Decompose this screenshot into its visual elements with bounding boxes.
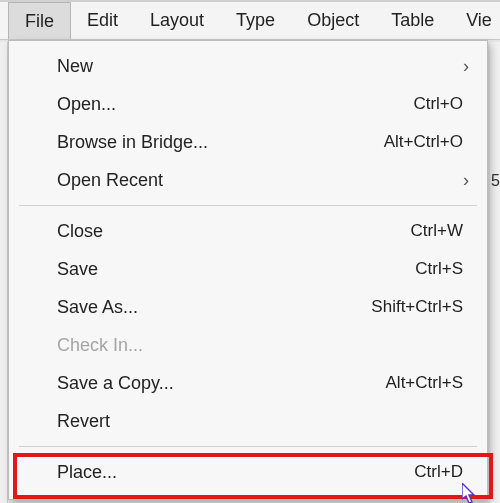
- menu-separator: [19, 446, 477, 447]
- menu-item-new[interactable]: New ›: [9, 47, 487, 85]
- menubar-label: Edit: [87, 10, 118, 31]
- menu-item-open[interactable]: Open... Ctrl+O: [9, 85, 487, 123]
- menu-item-shortcut: Alt+Ctrl+S: [386, 373, 469, 393]
- menu-item-label: Open...: [57, 94, 413, 115]
- menu-item-save-as[interactable]: Save As... Shift+Ctrl+S: [9, 288, 487, 326]
- menu-item-shortcut: Alt+Ctrl+O: [384, 132, 469, 152]
- menubar-label: Table: [391, 10, 434, 31]
- menubar-item-file[interactable]: File: [8, 2, 71, 39]
- menubar-item-edit[interactable]: Edit: [71, 2, 134, 39]
- menu-item-place[interactable]: Place... Ctrl+D: [9, 453, 487, 491]
- menu-item-revert[interactable]: Revert: [9, 402, 487, 440]
- menu-item-label: Revert: [57, 411, 469, 432]
- background-left-strip: [0, 42, 8, 503]
- menu-item-label: Check In...: [57, 335, 469, 356]
- menubar-item-layout[interactable]: Layout: [134, 2, 220, 39]
- menu-item-label: Open Recent: [57, 170, 455, 191]
- menu-item-label: Close: [57, 221, 411, 242]
- file-menu-dropdown: New › Open... Ctrl+O Browse in Bridge...…: [8, 40, 488, 500]
- menu-item-label: Place...: [57, 462, 414, 483]
- menu-item-label: Save a Copy...: [57, 373, 386, 394]
- menu-item-label: New: [57, 56, 455, 77]
- menu-item-label: Save: [57, 259, 415, 280]
- menu-item-open-recent[interactable]: Open Recent ›: [9, 161, 487, 199]
- menubar-item-table[interactable]: Table: [375, 2, 450, 39]
- menu-item-save[interactable]: Save Ctrl+S: [9, 250, 487, 288]
- menu-item-browse-in-bridge[interactable]: Browse in Bridge... Alt+Ctrl+O: [9, 123, 487, 161]
- chevron-right-icon: ›: [455, 56, 469, 77]
- menu-item-label: Browse in Bridge...: [57, 132, 384, 153]
- menu-item-shortcut: Ctrl+W: [411, 221, 469, 241]
- menu-item-check-in: Check In...: [9, 326, 487, 364]
- menu-item-save-a-copy[interactable]: Save a Copy... Alt+Ctrl+S: [9, 364, 487, 402]
- menu-item-shortcut: Shift+Ctrl+S: [371, 297, 469, 317]
- menubar-label: Vie: [466, 10, 492, 31]
- background-right-strip: [490, 42, 500, 503]
- menubar-item-object[interactable]: Object: [291, 2, 375, 39]
- menu-item-close[interactable]: Close Ctrl+W: [9, 212, 487, 250]
- menubar-item-type[interactable]: Type: [220, 2, 291, 39]
- menubar-label: File: [25, 11, 54, 32]
- menubar-item-view[interactable]: Vie: [450, 2, 500, 39]
- menu-item-shortcut: Ctrl+D: [414, 462, 469, 482]
- chevron-right-icon: ›: [455, 170, 469, 191]
- menubar-label: Type: [236, 10, 275, 31]
- menubar: File Edit Layout Type Object Table Vie: [0, 0, 500, 40]
- menu-item-shortcut: Ctrl+S: [415, 259, 469, 279]
- menubar-label: Layout: [150, 10, 204, 31]
- menu-separator: [19, 205, 477, 206]
- menu-item-shortcut: Ctrl+O: [413, 94, 469, 114]
- menu-item-label: Save As...: [57, 297, 371, 318]
- menubar-label: Object: [307, 10, 359, 31]
- background-number-hint: 5: [491, 172, 500, 190]
